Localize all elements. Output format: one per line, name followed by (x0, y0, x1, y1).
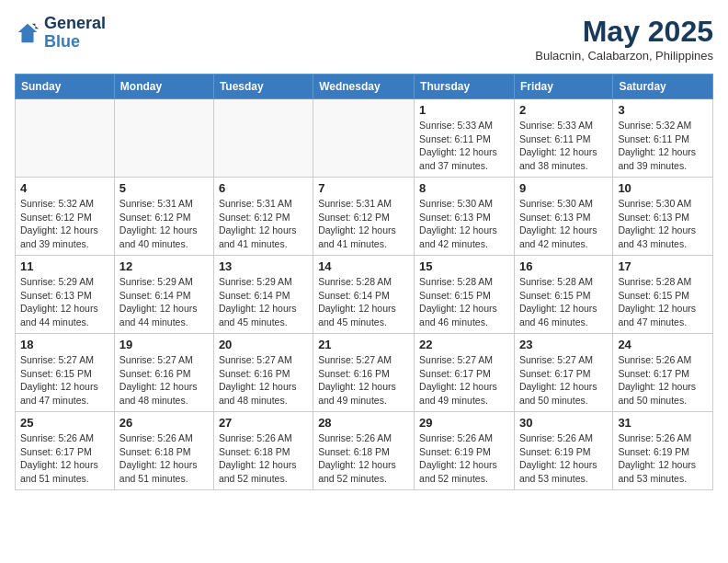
day-number: 28 (318, 416, 409, 430)
day-number: 13 (219, 259, 308, 273)
day-number: 8 (419, 181, 509, 195)
calendar-cell (213, 99, 313, 178)
calendar-cell: 3Sunrise: 5:32 AM Sunset: 6:11 PM Daylig… (613, 99, 713, 178)
day-info: Sunrise: 5:30 AM Sunset: 6:13 PM Dayligh… (419, 197, 509, 251)
day-number: 16 (519, 259, 608, 273)
day-info: Sunrise: 5:26 AM Sunset: 6:17 PM Dayligh… (20, 431, 109, 486)
calendar-cell: 29Sunrise: 5:26 AM Sunset: 6:19 PM Dayli… (415, 412, 515, 490)
title-block: May 2025 Bulacnin, Calabarzon, Philippin… (535, 15, 713, 63)
day-number: 22 (419, 338, 509, 351)
calendar-cell: 2Sunrise: 5:33 AM Sunset: 6:11 PM Daylig… (514, 99, 612, 178)
calendar-cell: 16Sunrise: 5:28 AM Sunset: 6:15 PM Dayli… (514, 256, 612, 334)
day-number: 6 (219, 181, 308, 195)
calendar-cell: 27Sunrise: 5:26 AM Sunset: 6:18 PM Dayli… (213, 412, 313, 490)
calendar-cell: 21Sunrise: 5:27 AM Sunset: 6:16 PM Dayli… (313, 334, 415, 412)
calendar-table: SundayMondayTuesdayWednesdayThursdayFrid… (15, 74, 713, 490)
weekday-header-tuesday: Tuesday (213, 75, 313, 99)
calendar-cell (313, 99, 415, 178)
day-number: 26 (119, 416, 209, 430)
day-info: Sunrise: 5:26 AM Sunset: 6:19 PM Dayligh… (419, 431, 509, 486)
day-number: 31 (618, 416, 708, 430)
calendar-week-4: 18Sunrise: 5:27 AM Sunset: 6:15 PM Dayli… (16, 334, 713, 412)
day-number: 15 (419, 259, 509, 273)
calendar-cell: 10Sunrise: 5:30 AM Sunset: 6:13 PM Dayli… (613, 178, 713, 256)
day-info: Sunrise: 5:31 AM Sunset: 6:12 PM Dayligh… (219, 197, 308, 251)
day-info: Sunrise: 5:29 AM Sunset: 6:13 PM Dayligh… (20, 275, 109, 329)
day-info: Sunrise: 5:31 AM Sunset: 6:12 PM Dayligh… (119, 197, 209, 251)
calendar-cell: 24Sunrise: 5:26 AM Sunset: 6:17 PM Dayli… (613, 334, 713, 412)
logo-icon (15, 20, 40, 46)
calendar-cell: 13Sunrise: 5:29 AM Sunset: 6:14 PM Dayli… (213, 256, 313, 334)
calendar-cell: 6Sunrise: 5:31 AM Sunset: 6:12 PM Daylig… (213, 178, 313, 256)
day-info: Sunrise: 5:26 AM Sunset: 6:18 PM Dayligh… (119, 431, 209, 486)
calendar-cell: 8Sunrise: 5:30 AM Sunset: 6:13 PM Daylig… (415, 178, 515, 256)
day-info: Sunrise: 5:33 AM Sunset: 6:11 PM Dayligh… (519, 119, 608, 173)
calendar-cell: 17Sunrise: 5:28 AM Sunset: 6:15 PM Dayli… (613, 256, 713, 334)
calendar-cell: 23Sunrise: 5:27 AM Sunset: 6:17 PM Dayli… (514, 334, 612, 412)
day-number: 17 (618, 259, 708, 273)
day-number: 4 (20, 181, 109, 195)
calendar-cell: 31Sunrise: 5:26 AM Sunset: 6:19 PM Dayli… (613, 412, 713, 490)
svg-marker-0 (18, 24, 38, 43)
calendar-week-5: 25Sunrise: 5:26 AM Sunset: 6:17 PM Dayli… (16, 412, 713, 490)
day-info: Sunrise: 5:27 AM Sunset: 6:16 PM Dayligh… (119, 353, 209, 408)
day-info: Sunrise: 5:32 AM Sunset: 6:11 PM Dayligh… (618, 119, 708, 173)
calendar-cell: 30Sunrise: 5:26 AM Sunset: 6:19 PM Dayli… (514, 412, 612, 490)
day-info: Sunrise: 5:33 AM Sunset: 6:11 PM Dayligh… (419, 119, 509, 173)
calendar-cell: 1Sunrise: 5:33 AM Sunset: 6:11 PM Daylig… (415, 99, 515, 178)
day-number: 30 (519, 416, 608, 430)
day-info: Sunrise: 5:27 AM Sunset: 6:15 PM Dayligh… (20, 353, 109, 408)
day-number: 25 (20, 416, 109, 430)
day-number: 24 (618, 338, 708, 351)
day-number: 20 (219, 338, 308, 351)
svg-marker-1 (32, 24, 39, 29)
day-info: Sunrise: 5:30 AM Sunset: 6:13 PM Dayligh… (519, 197, 608, 251)
day-info: Sunrise: 5:29 AM Sunset: 6:14 PM Dayligh… (219, 275, 308, 329)
calendar-week-2: 4Sunrise: 5:32 AM Sunset: 6:12 PM Daylig… (16, 178, 713, 256)
day-info: Sunrise: 5:27 AM Sunset: 6:17 PM Dayligh… (519, 353, 608, 408)
calendar-cell: 11Sunrise: 5:29 AM Sunset: 6:13 PM Dayli… (16, 256, 115, 334)
calendar-cell: 22Sunrise: 5:27 AM Sunset: 6:17 PM Dayli… (415, 334, 515, 412)
day-number: 3 (618, 103, 708, 117)
calendar-cell: 28Sunrise: 5:26 AM Sunset: 6:18 PM Dayli… (313, 412, 415, 490)
calendar-week-3: 11Sunrise: 5:29 AM Sunset: 6:13 PM Dayli… (16, 256, 713, 334)
calendar-cell (114, 99, 213, 178)
day-info: Sunrise: 5:30 AM Sunset: 6:13 PM Dayligh… (618, 197, 708, 251)
day-info: Sunrise: 5:26 AM Sunset: 6:18 PM Dayligh… (219, 431, 308, 486)
day-info: Sunrise: 5:27 AM Sunset: 6:16 PM Dayligh… (219, 353, 308, 408)
day-info: Sunrise: 5:26 AM Sunset: 6:17 PM Dayligh… (618, 353, 708, 408)
day-info: Sunrise: 5:31 AM Sunset: 6:12 PM Dayligh… (318, 197, 409, 251)
day-info: Sunrise: 5:32 AM Sunset: 6:12 PM Dayligh… (20, 197, 109, 251)
day-info: Sunrise: 5:27 AM Sunset: 6:16 PM Dayligh… (318, 353, 409, 408)
day-number: 5 (119, 181, 209, 195)
day-info: Sunrise: 5:26 AM Sunset: 6:19 PM Dayligh… (519, 431, 608, 486)
day-number: 27 (219, 416, 308, 430)
day-number: 21 (318, 338, 409, 351)
logo-text: General Blue (44, 15, 106, 52)
weekday-header-monday: Monday (114, 75, 213, 99)
day-number: 11 (20, 259, 109, 273)
calendar-cell: 12Sunrise: 5:29 AM Sunset: 6:14 PM Dayli… (114, 256, 213, 334)
day-info: Sunrise: 5:26 AM Sunset: 6:19 PM Dayligh… (618, 431, 708, 486)
calendar-cell: 5Sunrise: 5:31 AM Sunset: 6:12 PM Daylig… (114, 178, 213, 256)
calendar-cell: 25Sunrise: 5:26 AM Sunset: 6:17 PM Dayli… (16, 412, 115, 490)
day-number: 10 (618, 181, 708, 195)
calendar-cell: 14Sunrise: 5:28 AM Sunset: 6:14 PM Dayli… (313, 256, 415, 334)
day-number: 7 (318, 181, 409, 195)
calendar-cell: 20Sunrise: 5:27 AM Sunset: 6:16 PM Dayli… (213, 334, 313, 412)
weekday-header-friday: Friday (514, 75, 612, 99)
calendar-cell: 7Sunrise: 5:31 AM Sunset: 6:12 PM Daylig… (313, 178, 415, 256)
day-info: Sunrise: 5:27 AM Sunset: 6:17 PM Dayligh… (419, 353, 509, 408)
weekday-header-saturday: Saturday (613, 75, 713, 99)
weekday-header-wednesday: Wednesday (313, 75, 415, 99)
calendar-cell: 19Sunrise: 5:27 AM Sunset: 6:16 PM Dayli… (114, 334, 213, 412)
day-number: 14 (318, 259, 409, 273)
day-number: 29 (419, 416, 509, 430)
day-number: 1 (419, 103, 509, 117)
day-info: Sunrise: 5:28 AM Sunset: 6:14 PM Dayligh… (318, 275, 409, 329)
logo: General Blue (15, 15, 106, 52)
calendar-cell: 26Sunrise: 5:26 AM Sunset: 6:18 PM Dayli… (114, 412, 213, 490)
day-number: 12 (119, 259, 209, 273)
weekday-header-thursday: Thursday (415, 75, 515, 99)
day-number: 18 (20, 338, 109, 351)
